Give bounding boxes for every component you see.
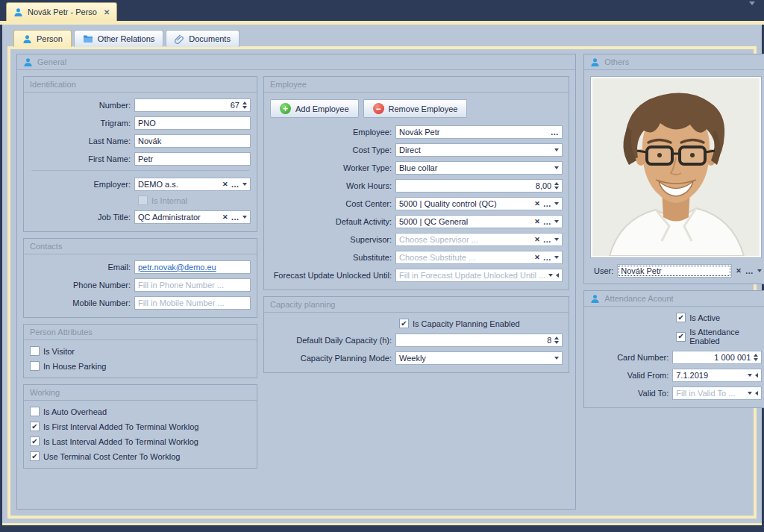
field-email: Email: petr.novak@demo.eu xyxy=(30,260,251,274)
document-tab[interactable]: Novák Petr - Perso ✕ xyxy=(6,2,117,21)
dropdown-icon[interactable] xyxy=(242,216,247,219)
forecast-update-date[interactable]: Fill in Forecast Update Unlocked Until .… xyxy=(395,269,563,282)
spin-up-icon[interactable] xyxy=(754,354,758,357)
clear-icon[interactable]: ✕ xyxy=(736,268,742,275)
spin-down-icon[interactable] xyxy=(554,341,559,344)
employer-lookup[interactable]: DEMO a.s. ✕ … xyxy=(134,178,251,191)
checkbox-box-checked[interactable]: ✔ xyxy=(30,422,40,431)
checkbox-box-checked[interactable]: ✔ xyxy=(399,319,409,328)
dropdown-icon[interactable] xyxy=(748,392,752,395)
calendar-side-icon[interactable] xyxy=(755,373,758,378)
dropdown-icon[interactable] xyxy=(554,202,559,205)
spin-down-icon[interactable] xyxy=(754,358,758,361)
person-photo[interactable] xyxy=(590,76,762,258)
ellipsis-icon[interactable]: … xyxy=(551,130,560,134)
clear-icon[interactable]: ✕ xyxy=(534,201,540,207)
checkbox-box-checked[interactable]: ✔ xyxy=(30,436,40,446)
dropdown-icon[interactable] xyxy=(554,256,559,259)
worker-type-select[interactable]: Blue collar xyxy=(395,161,563,175)
dropdown-icon[interactable] xyxy=(548,274,553,277)
spin-up-icon[interactable] xyxy=(242,101,247,104)
dropdown-icon[interactable] xyxy=(554,220,559,223)
spin-up-icon[interactable] xyxy=(554,337,559,339)
email-input[interactable]: petr.novak@demo.eu xyxy=(134,260,251,274)
default-activity-lookup[interactable]: 5000 | QC General ✕ … xyxy=(395,215,563,228)
phone-input[interactable]: Fill in Phone Number ... xyxy=(134,278,251,292)
dropdown-icon[interactable] xyxy=(554,166,559,169)
checkbox-box[interactable] xyxy=(30,346,40,356)
checkbox-last-interval[interactable]: ✔ Is Last Interval Added To Terminal Wor… xyxy=(30,436,251,446)
job-title-lookup[interactable]: QC Administrator ✕ … xyxy=(134,210,251,224)
first-name-input[interactable]: Petr xyxy=(134,152,251,166)
checkbox-is-attendance-enabled[interactable]: ✔ Is Attendance Enabled xyxy=(676,328,762,345)
ellipsis-icon[interactable]: … xyxy=(231,182,240,187)
ellipsis-icon[interactable]: … xyxy=(543,237,552,242)
ellipsis-icon[interactable]: … xyxy=(543,255,552,260)
checkbox-box-checked[interactable]: ✔ xyxy=(30,451,40,461)
dropdown-icon[interactable] xyxy=(554,148,559,151)
group-person-attributes: Person Attributes Is Visitor In House Pa… xyxy=(23,324,257,378)
remove-employee-button[interactable]: − Remove Employee xyxy=(363,99,468,118)
default-daily-capacity-input[interactable]: 8 xyxy=(395,334,563,347)
group-employee-caption: Employee xyxy=(264,77,569,93)
valid-from-date[interactable]: 7.1.2019 xyxy=(672,369,762,382)
clear-icon[interactable]: ✕ xyxy=(222,214,228,221)
tab-documents[interactable]: Documents xyxy=(166,30,239,47)
checkbox-is-visitor[interactable]: Is Visitor xyxy=(30,346,251,356)
ellipsis-icon[interactable]: … xyxy=(543,219,552,224)
dropdown-icon[interactable] xyxy=(554,238,559,241)
calendar-side-icon[interactable] xyxy=(755,391,758,395)
email-link[interactable]: petr.novak@demo.eu xyxy=(138,263,247,272)
clear-icon[interactable]: ✕ xyxy=(534,254,540,261)
spin-down-icon[interactable] xyxy=(242,106,247,109)
checkbox-box[interactable] xyxy=(30,407,40,416)
checkbox-is-active[interactable]: ✔ Is Active xyxy=(676,313,762,322)
ellipsis-icon[interactable]: … xyxy=(543,201,552,206)
tab-person[interactable]: Person xyxy=(13,30,72,47)
checkbox-box[interactable] xyxy=(30,361,40,371)
last-name-input[interactable]: Novák xyxy=(134,134,251,148)
dropdown-icon[interactable] xyxy=(242,183,247,186)
clear-icon[interactable]: ✕ xyxy=(222,181,228,188)
add-employee-button[interactable]: + Add Employee xyxy=(270,99,359,118)
work-hours-input[interactable]: 8,00 xyxy=(395,179,563,193)
default-activity-label: Default Activity: xyxy=(270,217,395,226)
card-number-input[interactable]: 1 000 001 xyxy=(672,351,762,364)
user-input[interactable]: Novák Petr xyxy=(617,264,732,278)
dropdown-icon[interactable] xyxy=(748,374,752,377)
number-input[interactable]: 67 xyxy=(134,98,251,112)
person-icon xyxy=(590,294,600,304)
checkbox-capacity-planning-enabled[interactable]: ✔ Is Capacity Planning Enabled xyxy=(399,319,563,328)
clear-icon[interactable]: ✕ xyxy=(534,219,540,225)
employer-label: Employer: xyxy=(30,180,134,189)
clear-icon[interactable]: ✕ xyxy=(534,237,540,243)
trigram-input[interactable]: PNO xyxy=(134,116,251,130)
checkbox-box-checked[interactable]: ✔ xyxy=(676,332,686,342)
checkbox-box-checked[interactable]: ✔ xyxy=(676,313,686,322)
dropdown-icon[interactable] xyxy=(554,357,559,360)
first-name-label: First Name: xyxy=(30,154,134,163)
valid-to-date[interactable]: Fill in Valid To ... xyxy=(672,387,762,400)
close-icon[interactable]: ✕ xyxy=(104,8,110,16)
checkbox-in-house-parking[interactable]: In House Parking xyxy=(30,361,251,371)
mobile-input[interactable]: Fill in Mobile Number ... xyxy=(134,296,251,310)
capacity-planning-mode-select[interactable]: Weekly xyxy=(395,351,563,365)
checkbox-is-auto-overhead[interactable]: Is Auto Overhead xyxy=(30,407,251,416)
checkbox-first-interval[interactable]: ✔ Is First Interval Added To Terminal Wo… xyxy=(30,422,251,431)
group-attendance-account-caption: Attendance Acount xyxy=(584,291,764,307)
calendar-side-icon[interactable] xyxy=(556,273,559,278)
cost-center-lookup[interactable]: 5000 | Quality control (QC) ✕ … xyxy=(395,197,563,210)
substitute-lookup[interactable]: Choose Substitute ... ✕ … xyxy=(395,251,563,264)
tab-list-dropdown-icon[interactable] xyxy=(749,5,755,14)
cost-type-select[interactable]: Direct xyxy=(395,143,563,157)
dropdown-icon[interactable] xyxy=(757,269,762,272)
checkbox-terminal-cost-center[interactable]: ✔ Use Terminal Cost Center To Worklog xyxy=(30,451,251,461)
ellipsis-icon[interactable]: … xyxy=(745,269,754,273)
supervisor-lookup[interactable]: Choose Supervisor ... ✕ … xyxy=(395,233,563,246)
tab-other-relations[interactable]: Other Relations xyxy=(74,30,163,47)
employee-picker[interactable]: Novák Petr … xyxy=(395,125,563,139)
spin-down-icon[interactable] xyxy=(554,187,559,190)
field-cost-type: Cost Type: Direct xyxy=(270,143,563,157)
ellipsis-icon[interactable]: … xyxy=(231,215,240,219)
spin-up-icon[interactable] xyxy=(554,182,559,185)
